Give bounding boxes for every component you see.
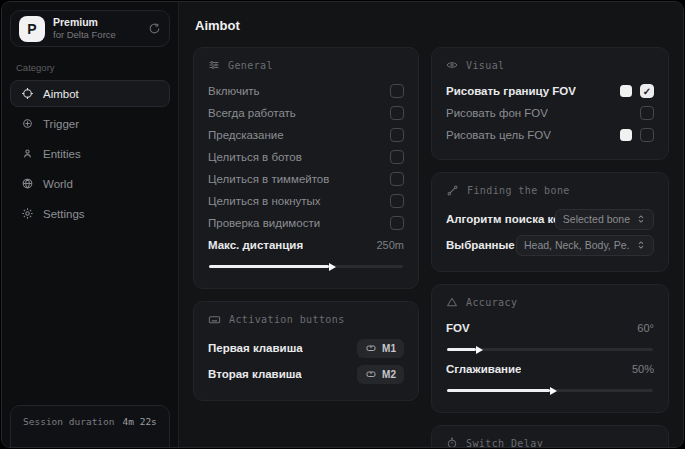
activation-card: Activation buttons Первая клавиша M1 Вто… (193, 301, 419, 401)
section-title: Accuracy (466, 297, 517, 308)
smoothing-value: 50% (632, 363, 654, 375)
section-title: Finding the bone (467, 185, 570, 196)
row-label: Предсказание (208, 129, 284, 141)
fov-background-checkbox[interactable] (640, 106, 654, 120)
section-title: Activation buttons (229, 314, 345, 325)
fov-slider[interactable] (447, 348, 653, 351)
session-duration-value: 4m 22s (123, 416, 157, 427)
triangle-icon (446, 296, 458, 308)
first-key-row: Первая клавиша M1 (208, 335, 404, 361)
row-label: Включить (208, 85, 260, 97)
target-bots-checkbox[interactable] (390, 150, 404, 164)
app-window: P Premium for Delta Force Category Aimbo… (1, 1, 684, 448)
target-teammates-checkbox[interactable] (390, 172, 404, 186)
general-card: General Включить Всегда работать Предска… (193, 47, 419, 289)
bone-icon (446, 184, 459, 197)
fov-value: 60° (637, 322, 654, 334)
target-knocked-checkbox[interactable] (390, 194, 404, 208)
refresh-icon[interactable] (148, 22, 161, 35)
section-title: Switch Delay (466, 438, 543, 448)
premium-subtitle: for Delta Force (53, 29, 140, 41)
row-label: Целиться в ботов (208, 151, 302, 163)
general-card-header: General (208, 59, 404, 71)
bone-algorithm-select[interactable]: Selected bone (555, 209, 654, 230)
row-label: Целиться в нокнутых (208, 195, 321, 207)
general-row-visibility: Проверка видимости (208, 212, 404, 234)
mouse-icon (365, 368, 377, 380)
visibility-check-checkbox[interactable] (390, 216, 404, 230)
category-label: Category (16, 62, 164, 73)
activation-card-header: Activation buttons (208, 313, 404, 326)
globe-icon (21, 177, 34, 190)
eye-icon (446, 59, 458, 71)
keybind-label: M2 (382, 369, 396, 380)
bone-algorithm-row: Алгоритм поиска кост Selected bone (446, 206, 654, 232)
row-label: Рисовать границу FOV (446, 85, 576, 97)
row-label: Всегда работать (208, 107, 296, 119)
keyboard-icon (208, 313, 221, 326)
row-label: Целиться в тиммейтов (208, 173, 329, 185)
entities-icon (21, 147, 34, 160)
mouse-icon (365, 342, 377, 354)
session-duration-label: Session duration (23, 416, 115, 427)
selected-value: Selected bone (563, 213, 630, 225)
row-label: Выбранные кос (446, 239, 516, 251)
slider-label: FOV (446, 322, 470, 334)
accuracy-card: Accuracy FOV 60° Сглаживание 50% (431, 284, 669, 413)
trigger-icon (21, 117, 34, 130)
fov-slider-row: FOV 60° (446, 317, 654, 339)
selected-bones-row: Выбранные кос Head, Neck, Body, Pe... (446, 232, 654, 258)
chevron-up-down-icon (636, 214, 646, 224)
premium-card: P Premium for Delta Force (10, 10, 170, 47)
fov-target-row: Рисовать цель FOV (446, 124, 654, 146)
row-label: Рисовать фон FOV (446, 107, 548, 119)
smoothing-slider[interactable] (447, 389, 653, 392)
bone-card-header: Finding the bone (446, 184, 654, 197)
session-duration-box: Session duration 4m 22s (10, 405, 170, 448)
gear-icon (21, 207, 34, 220)
first-key-button[interactable]: M1 (357, 339, 404, 358)
premium-title: Premium (53, 16, 140, 29)
enable-checkbox[interactable] (390, 84, 404, 98)
row-label: Алгоритм поиска кост (446, 213, 555, 225)
stopwatch-icon (446, 437, 458, 447)
max-distance-value: 250m (376, 239, 404, 251)
fov-border-color-swatch[interactable] (620, 85, 632, 97)
max-distance-slider[interactable] (209, 265, 403, 268)
sidebar-item-aimbot[interactable]: Aimbot (10, 80, 170, 107)
switch-delay-card-header: Switch Delay (446, 437, 654, 447)
premium-meta: Premium for Delta Force (53, 16, 140, 41)
sidebar-item-label: Entities (43, 148, 81, 160)
smoothing-slider-row: Сглаживание 50% (446, 358, 654, 380)
crosshair-icon (21, 87, 34, 100)
sidebar-item-world[interactable]: World (10, 170, 170, 197)
selected-value: Head, Neck, Body, Pe... (524, 239, 630, 251)
general-row-enable: Включить (208, 80, 404, 102)
app-logo: P (19, 16, 45, 42)
general-row-knocked: Целиться в нокнутых (208, 190, 404, 212)
slider-label: Сглаживание (446, 363, 521, 375)
selected-bones-select[interactable]: Head, Neck, Body, Pe... (516, 235, 654, 256)
keybind-label: M1 (382, 343, 396, 354)
fov-target-checkbox[interactable] (640, 128, 654, 142)
fov-border-row: Рисовать границу FOV ✓ (446, 80, 654, 102)
section-title: Visual (466, 60, 505, 71)
sidebar-item-label: Trigger (43, 118, 79, 130)
section-title: General (228, 60, 273, 71)
always-work-checkbox[interactable] (390, 106, 404, 120)
general-row-always: Всегда работать (208, 102, 404, 124)
fov-border-checkbox[interactable]: ✓ (640, 84, 654, 98)
accuracy-card-header: Accuracy (446, 296, 654, 308)
sidebar-item-settings[interactable]: Settings (10, 200, 170, 227)
main-content: Aimbot General Включить (178, 2, 683, 447)
sidebar-item-entities[interactable]: Entities (10, 140, 170, 167)
fov-target-color-swatch[interactable] (620, 129, 632, 141)
sliders-icon (208, 59, 220, 71)
bone-card: Finding the bone Алгоритм поиска кост Se… (431, 172, 669, 272)
second-key-button[interactable]: M2 (357, 365, 404, 384)
second-key-row: Вторая клавиша M2 (208, 361, 404, 387)
sidebar-item-trigger[interactable]: Trigger (10, 110, 170, 137)
sidebar-item-label: World (43, 178, 73, 190)
row-label: Рисовать цель FOV (446, 129, 551, 141)
prediction-checkbox[interactable] (390, 128, 404, 142)
